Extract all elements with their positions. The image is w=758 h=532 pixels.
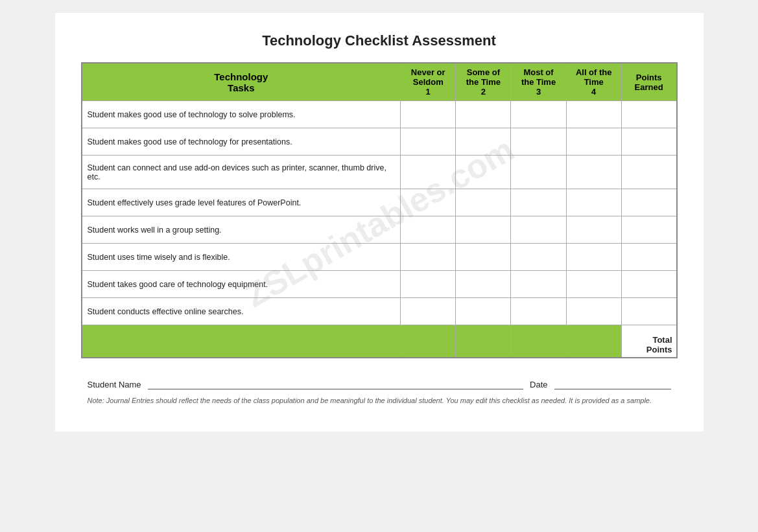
data-cell-7-0 xyxy=(401,298,456,325)
data-cell-1-3 xyxy=(566,128,621,156)
task-cell-4: Student works well in a group setting. xyxy=(82,216,401,244)
data-cell-7-3 xyxy=(566,298,621,325)
student-name-underline xyxy=(148,378,523,389)
data-cell-4-3 xyxy=(566,216,621,244)
data-cell-0-0 xyxy=(401,101,456,128)
page-container: ZSLprintables.com Technology Checklist A… xyxy=(55,13,704,432)
data-cell-5-3 xyxy=(566,244,621,271)
task-cell-7: Student conducts effective online search… xyxy=(82,298,401,325)
footer-green-cell-1 xyxy=(401,325,456,358)
data-cell-0-1 xyxy=(456,101,511,128)
task-cell-3: Student effectively uses grade level fea… xyxy=(82,189,401,216)
header-col4: All of the Time 4 xyxy=(566,63,621,101)
data-cell-0-4 xyxy=(621,101,676,128)
data-cell-1-4 xyxy=(621,128,676,156)
data-cell-7-2 xyxy=(511,298,566,325)
data-cell-2-4 xyxy=(621,156,676,189)
footer-green-cell-0 xyxy=(82,325,401,358)
task-cell-2: Student can connect and use add-on devic… xyxy=(82,156,401,189)
data-cell-5-0 xyxy=(401,244,456,271)
table-row: Student effectively uses grade level fea… xyxy=(82,189,677,216)
data-cell-4-4 xyxy=(621,216,676,244)
data-cell-3-4 xyxy=(621,189,676,216)
data-cell-6-3 xyxy=(566,271,621,298)
checklist-table: Technology Tasks Never or Seldom 1 Some … xyxy=(81,62,678,358)
footer-row: Total Points xyxy=(82,325,677,358)
page-title: Technology Checklist Assessment xyxy=(81,32,678,49)
header-col2: Some of the Time 2 xyxy=(456,63,511,101)
header-tasks: Technology Tasks xyxy=(82,63,401,101)
table-row: Student conducts effective online search… xyxy=(82,298,677,325)
data-cell-6-1 xyxy=(456,271,511,298)
data-cell-1-2 xyxy=(511,128,566,156)
date-label: Date xyxy=(530,380,547,389)
table-row: Student works well in a group setting. xyxy=(82,216,677,244)
task-cell-1: Student makes good use of technology for… xyxy=(82,128,401,156)
table-row: Student makes good use of technology for… xyxy=(82,128,677,156)
data-cell-0-3 xyxy=(566,101,621,128)
data-cell-5-2 xyxy=(511,244,566,271)
data-cell-4-2 xyxy=(511,216,566,244)
data-cell-7-4 xyxy=(621,298,676,325)
table-row: Student takes good care of technology eq… xyxy=(82,271,677,298)
table-row: Student uses time wisely and is flexible… xyxy=(82,244,677,271)
data-cell-5-4 xyxy=(621,244,676,271)
data-cell-6-4 xyxy=(621,271,676,298)
data-cell-2-0 xyxy=(401,156,456,189)
data-cell-3-1 xyxy=(456,189,511,216)
table-row: Student makes good use of technology to … xyxy=(82,101,677,128)
data-cell-3-3 xyxy=(566,189,621,216)
footer-green-cell-2 xyxy=(456,325,511,358)
data-cell-4-0 xyxy=(401,216,456,244)
data-cell-1-0 xyxy=(401,128,456,156)
header-points: Points Earned xyxy=(621,63,676,101)
data-cell-2-1 xyxy=(456,156,511,189)
header-col1: Never or Seldom 1 xyxy=(401,63,456,101)
data-cell-3-0 xyxy=(401,189,456,216)
data-cell-5-1 xyxy=(456,244,511,271)
data-cell-4-1 xyxy=(456,216,511,244)
data-cell-2-2 xyxy=(511,156,566,189)
task-cell-6: Student takes good care of technology eq… xyxy=(82,271,401,298)
footer-green-cell-4 xyxy=(566,325,621,358)
footer-green-cell-3 xyxy=(511,325,566,358)
note-text: Note: Journal Entries should reflect the… xyxy=(88,396,671,406)
date-underline xyxy=(554,378,671,389)
data-cell-0-2 xyxy=(511,101,566,128)
student-footer: Student Name Date Note: Journal Entries … xyxy=(81,378,678,406)
data-cell-3-2 xyxy=(511,189,566,216)
header-row: Technology Tasks Never or Seldom 1 Some … xyxy=(82,63,677,101)
data-cell-1-1 xyxy=(456,128,511,156)
header-col3: Most of the Time 3 xyxy=(511,63,566,101)
task-cell-5: Student uses time wisely and is flexible… xyxy=(82,244,401,271)
table-row: Student can connect and use add-on devic… xyxy=(82,156,677,189)
total-points-label: Total Points xyxy=(621,325,676,358)
data-cell-7-1 xyxy=(456,298,511,325)
data-cell-6-0 xyxy=(401,271,456,298)
data-cell-6-2 xyxy=(511,271,566,298)
task-cell-0: Student makes good use of technology to … xyxy=(82,101,401,128)
student-name-line: Student Name Date xyxy=(88,378,671,389)
data-cell-2-3 xyxy=(566,156,621,189)
student-name-label: Student Name xyxy=(88,380,141,389)
